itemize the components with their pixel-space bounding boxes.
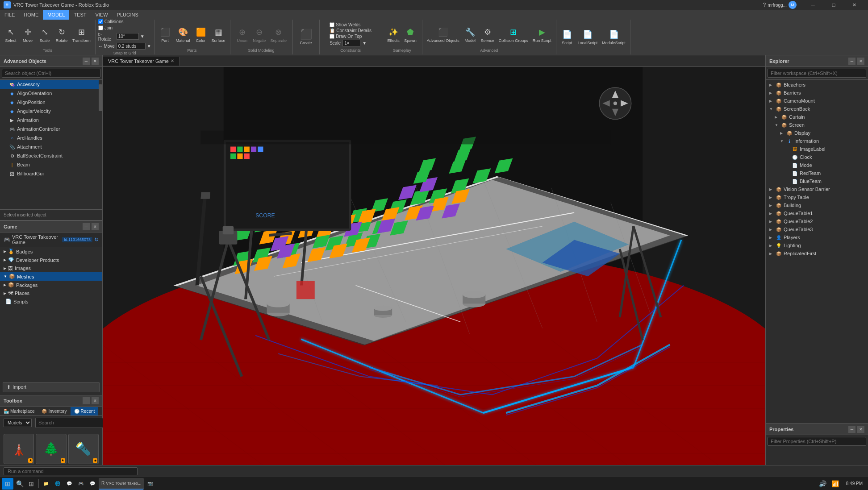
explorer-clock[interactable]: 🕐 Clock [766, 153, 868, 161]
constraint-details-btn[interactable]: 📋Constraint Details [330, 28, 371, 33]
collision-groups-button[interactable]: ⊞ Collision Groups [497, 26, 530, 44]
object-item-ballsocketconstraint[interactable]: ⚙ BallSocketConstraint [0, 151, 102, 160]
object-item-archandles[interactable]: ○ ArcHandles [0, 133, 102, 142]
explorer-barriers[interactable]: ▶ 📦 Barriers [766, 89, 868, 97]
viewport-tab-close[interactable]: ✕ [171, 58, 174, 63]
command-input[interactable] [4, 467, 138, 475]
explorer-queuetable1[interactable]: ▶ 📦 QueueTable1 [766, 209, 868, 217]
viewport-canvas[interactable]: SCORE [103, 67, 765, 477]
explorer-building[interactable]: ▶ 📦 Building [766, 201, 868, 209]
game-panel-close[interactable]: ✕ [92, 223, 99, 230]
game-item-places[interactable]: ▶ 🗺 Places [0, 289, 102, 297]
explorer-filter-input[interactable] [768, 69, 866, 78]
start-button[interactable]: ⊞ [2, 478, 13, 490]
properties-minimize[interactable]: ─ [848, 426, 855, 433]
explorer-queuetable2[interactable]: ▶ 📦 QueueTable2 [766, 217, 868, 225]
explorer-cameramount[interactable]: ▶ 📦 CameraMount [766, 97, 868, 105]
object-item-attachment[interactable]: 📎 Attachment [0, 142, 102, 151]
help-icon[interactable]: ? [763, 2, 766, 8]
taskbar-roblox-active[interactable]: R VRC Tower Takeo... [99, 478, 144, 490]
explorer-bleachers[interactable]: ▶ 📦 Bleachers [766, 81, 868, 89]
taskbar-filemanager[interactable]: 📁 [41, 478, 51, 490]
separate-button[interactable]: ⊗ Separate [268, 26, 288, 44]
explorer-queuetable3[interactable]: ▶ 📦 QueueTable3 [766, 225, 868, 233]
rotate-value-input[interactable] [117, 33, 139, 40]
explorer-mode[interactable]: 📄 Mode [766, 161, 868, 169]
part-button[interactable]: ⬛ Part [157, 26, 173, 44]
model-button[interactable]: 🔧 Model [462, 26, 478, 44]
negate-button[interactable]: ⊖ Negate [251, 26, 267, 44]
advanced-objects-button[interactable]: ⬛ Advanced Objects [425, 26, 461, 44]
menu-model[interactable]: MODEL [43, 10, 69, 20]
surface-button[interactable]: ▦ Surface [210, 26, 227, 44]
rotate-tool-button[interactable]: ↻ Rotate [54, 26, 70, 44]
taskbar-screenshot[interactable]: 📷 [145, 478, 155, 490]
properties-close[interactable]: ✕ [857, 426, 864, 433]
model-thumb-lamp[interactable]: 🔦 ★ [68, 434, 99, 464]
toolbox-minimize[interactable]: ─ [83, 397, 90, 404]
game-item-badges[interactable]: ▶ 🏅 Badges [0, 247, 102, 256]
game-item-images[interactable]: ▶ 🖼 Images [0, 264, 102, 272]
move-button[interactable]: ✛ Move [20, 26, 36, 44]
model-thumb-tower[interactable]: 🗼 ★ [4, 434, 34, 464]
toolbox-close[interactable]: ✕ [92, 397, 99, 404]
explorer-lighting[interactable]: ▶ 💡 Lighting [766, 241, 868, 249]
close-button[interactable]: ✕ [844, 0, 864, 10]
explorer-redteam[interactable]: 📄 RedTeam [766, 169, 868, 177]
select-button[interactable]: ↖ Select [3, 26, 19, 44]
scale-input[interactable] [342, 40, 360, 46]
object-item-billboardgui[interactable]: 🖼 BillboardGui [0, 169, 102, 178]
advanced-objects-close[interactable]: ✕ [92, 58, 99, 65]
module-script-button[interactable]: 📄 ModuleScript [600, 28, 627, 46]
model-thumb-tree[interactable]: 🌲 ★ [36, 434, 66, 464]
minimize-button[interactable]: ─ [803, 0, 823, 10]
scale-button[interactable]: ⤡ Scale [37, 26, 53, 44]
transform-button[interactable]: ⊞ Transform [71, 26, 92, 44]
draw-on-top-checkbox[interactable] [330, 34, 334, 39]
explorer-players[interactable]: ▶ 👤 Players [766, 233, 868, 241]
explorer-close[interactable]: ✕ [857, 58, 864, 65]
object-item-angularvelocity[interactable]: ◆ AngularVelocity [0, 107, 102, 116]
object-item-beam[interactable]: | Beam [0, 160, 102, 169]
taskbar-taskview[interactable]: ⊞ [26, 478, 37, 489]
properties-filter-input[interactable] [768, 437, 866, 446]
effects-button[interactable]: ✨ Effects [385, 26, 401, 44]
refresh-icon[interactable]: ↻ [94, 237, 99, 243]
toolbox-tab-marketplace[interactable]: 🏪 Marketplace [0, 407, 38, 415]
taskbar-volume[interactable]: 🔊 [818, 478, 828, 489]
script-button[interactable]: 📄 Script [559, 28, 575, 46]
explorer-information[interactable]: ▼ ℹ Information [766, 137, 868, 145]
menu-view[interactable]: VIEW [91, 10, 112, 20]
object-item-alignorientation[interactable]: ◆ AlignOrientation [0, 89, 102, 98]
taskbar-search[interactable]: 🔍 [14, 478, 25, 489]
color-button[interactable]: 🟧 Color [193, 26, 209, 44]
scrollbar-thumb[interactable] [99, 84, 102, 111]
taskbar-discord[interactable]: 💬 [87, 478, 98, 490]
explorer-replicated-first[interactable]: ▶ 📦 ReplicatedFirst [766, 249, 868, 257]
run-script-button[interactable]: ▶ Run Script [531, 26, 553, 44]
create-button[interactable]: ⬛ Create [298, 28, 314, 46]
toolbox-tab-recent[interactable]: 🕐 Recent [71, 407, 99, 415]
toolbox-search-input[interactable] [35, 418, 103, 428]
advanced-objects-minimize[interactable]: ─ [83, 58, 90, 65]
object-item-accessory[interactable]: 👒 Accessory [0, 80, 102, 89]
explorer-tropy-table[interactable]: ▶ 📦 Tropy Table [766, 193, 868, 201]
explorer-display[interactable]: ▶ 📦 Display [766, 129, 868, 137]
search-object-input[interactable] [2, 69, 100, 78]
material-button[interactable]: 🎨 Material [174, 26, 192, 44]
menu-plugins[interactable]: PLUGINS [113, 10, 143, 20]
scale-arrow[interactable]: ▼ [362, 41, 367, 46]
game-item-scripts[interactable]: 📄 Scripts [0, 297, 102, 306]
taskbar-network[interactable]: 📶 [830, 478, 841, 489]
move-arrow[interactable]: ▼ [147, 44, 151, 49]
collisions-checkbox[interactable] [98, 19, 103, 24]
explorer-imagelabel[interactable]: 🖼 ImageLabel [766, 145, 868, 153]
game-item-packages[interactable]: ▶ 📦 Packages [0, 281, 102, 289]
explorer-curtain[interactable]: ▶ 📦 Curtain [766, 113, 868, 121]
union-button[interactable]: ⊕ Union [234, 26, 250, 44]
toolbox-tab-inventory[interactable]: 📦 Inventory [38, 407, 70, 415]
show-welds-checkbox[interactable] [330, 22, 334, 27]
explorer-screenback[interactable]: ▼ 📦 ScreenBack [766, 105, 868, 113]
game-item-developer-products[interactable]: ▶ 💎 Developer Products [0, 256, 102, 264]
taskbar-chrome[interactable]: 🌐 [52, 478, 63, 490]
